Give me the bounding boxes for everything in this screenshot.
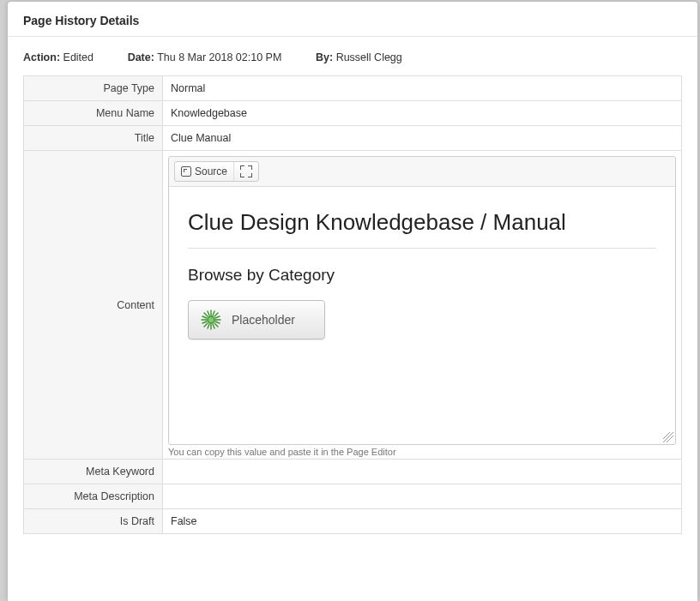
toolbar-group: Source [174,161,259,182]
content-cell: Source Clue Design Knowledgebase / Manua… [163,151,682,460]
meta-date-value: Thu 8 Mar 2018 02:10 PM [157,51,281,63]
meta-date-label: Date: [128,51,154,63]
meta-action: Action: Edited [23,51,94,63]
table-row: Title Clue Manual [24,126,682,151]
placeholder-button[interactable]: Placeholder [188,300,325,340]
svg-line-7 [204,323,208,327]
menu-name-label: Menu Name [24,101,163,126]
table-row: Is Draft False [24,509,682,534]
svg-line-9 [208,311,209,316]
meta-action-value: Edited [63,51,94,63]
maximize-icon [240,165,252,177]
meta-description-value [163,484,682,509]
svg-line-5 [204,313,208,316]
svg-line-13 [202,316,207,318]
placeholder-button-label: Placeholder [232,313,295,327]
is-draft-label: Is Draft [24,509,163,534]
source-icon [181,166,191,177]
table-row: Meta Description [24,484,682,509]
meta-bar: Action: Edited Date: Thu 8 Mar 2018 02:1… [8,37,697,75]
menu-name-value: Knowledgebase [163,101,682,126]
starburst-icon [201,310,221,330]
svg-line-11 [208,324,209,328]
table-row: Page Type Normal [24,76,682,101]
page-history-dialog: Page History Details Action: Edited Date… [8,2,697,601]
content-heading-1: Clue Design Knowledgebase / Manual [188,209,656,236]
svg-line-10 [213,311,214,316]
editor-toolbar: Source [169,157,675,187]
meta-keyword-label: Meta Keyword [24,460,163,484]
maximize-button[interactable] [233,162,258,181]
svg-point-0 [208,316,214,323]
content-divider [188,248,656,249]
meta-description-label: Meta Description [24,484,163,509]
page-type-label: Page Type [24,76,163,101]
content-heading-2: Browse by Category [188,266,656,285]
table-row: Menu Name Knowledgebase [24,101,682,126]
meta-action-label: Action: [23,51,60,63]
svg-line-14 [202,322,207,323]
svg-line-6 [214,323,218,327]
content-hint: You can copy this value and paste it in … [168,447,676,457]
meta-date: Date: Thu 8 Mar 2018 02:10 PM [128,51,282,63]
title-value: Clue Manual [163,126,682,151]
table-row: Content Source [24,151,682,460]
source-button[interactable]: Source [175,162,233,181]
editor-body[interactable]: Clue Design Knowledgebase / Manual Brows… [169,187,675,444]
svg-line-15 [215,316,220,318]
table-row: Meta Keyword [24,460,682,484]
is-draft-value: False [163,509,682,534]
page-type-value: Normal [163,76,682,101]
svg-line-12 [213,324,214,328]
title-label: Title [24,126,163,151]
resize-handle[interactable] [663,432,673,442]
source-button-label: Source [195,165,227,177]
dialog-title: Page History Details [23,14,139,27]
details-table: Page Type Normal Menu Name Knowledgebase… [23,75,682,534]
meta-by-value: Russell Clegg [336,51,402,63]
meta-by-label: By: [316,51,333,63]
meta-keyword-value [163,460,682,484]
svg-line-16 [215,322,220,323]
meta-by: By: Russell Clegg [316,51,402,63]
dialog-header: Page History Details [8,2,697,37]
svg-line-8 [214,313,218,316]
content-label: Content [24,151,163,460]
content-editor: Source Clue Design Knowledgebase / Manua… [168,156,676,445]
